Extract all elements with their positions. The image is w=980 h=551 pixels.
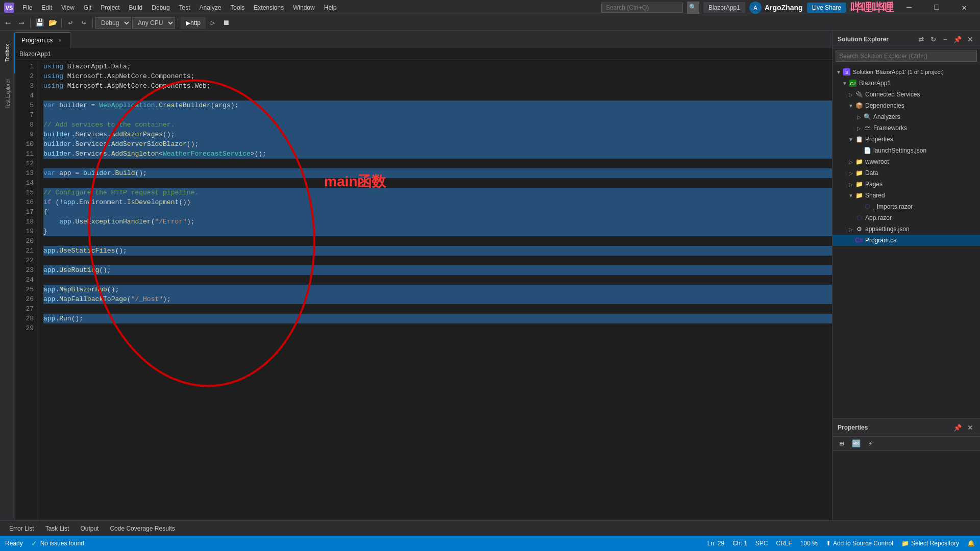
tree-data[interactable]: ▷ 📁 Data	[832, 167, 980, 179]
tree-app-razor[interactable]: ⬡ App.razor	[832, 212, 980, 223]
panel-pin-button[interactable]: 📌	[952, 34, 963, 44]
menu-debug[interactable]: Debug	[148, 2, 174, 13]
sidebar-tab-toolbox[interactable]: Toolbox	[1, 33, 15, 73]
props-sort-btn[interactable]: ⚡	[864, 438, 876, 450]
menu-test[interactable]: Test	[175, 2, 194, 13]
tree-project[interactable]: ▼ C# BlazorApp1	[832, 78, 980, 89]
code-editor[interactable]: 1 2 3 4 5 7 8 9 10 11 12 13 14 15 16 17 …	[15, 60, 832, 520]
window-maximize-btn[interactable]: □	[925, 0, 948, 15]
props-alphabetical-btn[interactable]: 🔤	[850, 438, 862, 450]
tree-dependencies[interactable]: ▼ 📦 Dependencies	[832, 100, 980, 111]
dependencies-label: Dependencies	[865, 102, 904, 109]
tree-appsettings[interactable]: ▷ ⚙ appsettings.json	[832, 223, 980, 235]
menu-edit[interactable]: Edit	[37, 2, 56, 13]
panel-close-button[interactable]: ✕	[965, 34, 975, 44]
add-source-control[interactable]: ⬆ Add to Source Control	[826, 540, 893, 547]
svg-text:C#: C#	[850, 81, 856, 86]
toolbar-run-all[interactable]: ▷	[207, 17, 219, 29]
sync-button[interactable]: ⇄	[916, 34, 926, 44]
run-button[interactable]: ▶ http	[181, 17, 206, 29]
debug-mode-dropdown[interactable]: Debug	[95, 17, 131, 29]
code-line: using Microsoft.AspNetCore.Components;	[43, 71, 832, 81]
toolbar-save[interactable]: 💾	[33, 17, 45, 29]
se-search-input[interactable]	[836, 51, 977, 62]
toolbar-undo[interactable]: ↩	[64, 17, 77, 29]
solution-tree[interactable]: ▼ S Solution 'BlazorApp1' (1 of 1 projec…	[832, 64, 980, 418]
search-input[interactable]	[601, 3, 683, 13]
expand-icon: ▷	[847, 158, 855, 166]
solution-icon: S	[843, 68, 851, 76]
menu-project[interactable]: Project	[96, 2, 124, 13]
tree-solution[interactable]: ▼ S Solution 'BlazorApp1' (1 of 1 projec…	[832, 66, 980, 78]
platform-dropdown[interactable]: Any CPU	[132, 17, 175, 29]
project-label: BlazorApp1	[859, 80, 891, 87]
tree-shared[interactable]: ▼ 📁 Shared	[832, 190, 980, 201]
tree-wwwroot[interactable]: ▷ 📁 wwwroot	[832, 156, 980, 167]
menu-window[interactable]: Window	[289, 2, 319, 13]
tree-launch-settings[interactable]: 📄 launchSettings.json	[832, 145, 980, 156]
tree-pages[interactable]: ▷ 📁 Pages	[832, 179, 980, 190]
menu-git[interactable]: Git	[80, 2, 95, 13]
frameworks-label: Frameworks	[873, 124, 907, 132]
toolbar-back[interactable]: ⟵	[2, 17, 14, 29]
tree-imports-razor[interactable]: ⬡ _Imports.razor	[832, 201, 980, 212]
tab-program-cs[interactable]: Program.cs ×	[15, 32, 70, 48]
props-categorize-btn[interactable]: ⊞	[836, 438, 848, 450]
props-close-button[interactable]: ✕	[965, 422, 975, 433]
code-line	[43, 91, 832, 101]
window-minimize-btn[interactable]: ─	[897, 0, 921, 15]
appsettings-label: appsettings.json	[865, 226, 910, 233]
props-pin-button[interactable]: 📌	[952, 422, 963, 433]
menu-tools[interactable]: Tools	[226, 2, 249, 13]
menu-view[interactable]: View	[57, 2, 79, 13]
search-button[interactable]: 🔍	[687, 2, 699, 14]
tab-close-btn[interactable]: ×	[56, 36, 64, 44]
expand-icon: ▷	[855, 113, 863, 121]
tree-connected-services[interactable]: ▷ 🔌 Connected Services	[832, 89, 980, 100]
menu-extensions[interactable]: Extensions	[250, 2, 288, 13]
json-icon: 📄	[863, 146, 871, 155]
collapse-button[interactable]: −	[940, 34, 950, 44]
code-content[interactable]: using BlazorApp1.Data; using Microsoft.A…	[38, 60, 832, 520]
code-line	[43, 256, 832, 265]
project-name: BlazorApp1	[703, 2, 745, 13]
user-area: A ArgoZhang	[749, 2, 803, 14]
select-repository[interactable]: 📁 Select Repository	[901, 540, 959, 547]
toolbar-sep-3	[92, 18, 93, 28]
code-line	[43, 323, 832, 333]
tab-bar: Program.cs ×	[15, 31, 832, 48]
menu-build[interactable]: Build	[125, 2, 147, 13]
expand-icon: ▷	[855, 124, 863, 132]
tree-frameworks[interactable]: ▷ 🗃 Frameworks	[832, 122, 980, 134]
tree-program-cs[interactable]: C# Program.cs	[832, 235, 980, 246]
tab-error-list[interactable]: Error List	[4, 523, 39, 534]
tab-task-list[interactable]: Task List	[40, 523, 75, 534]
window-close-btn[interactable]: ✕	[952, 0, 976, 15]
expand-icon: ▼	[835, 68, 843, 76]
notification-bell[interactable]: 🔔	[967, 540, 975, 547]
toolbar-open[interactable]: 📂	[46, 17, 59, 29]
toolbar-redo[interactable]: ↪	[78, 17, 90, 29]
analyzers-label: Analyzers	[873, 113, 900, 120]
props-header-btns: 📌 ✕	[952, 422, 975, 433]
live-share-button[interactable]: Live Share	[807, 3, 846, 13]
tab-label: Program.cs	[21, 37, 53, 44]
sidebar-tab-test-explorer[interactable]: Test Explorer	[1, 73, 15, 114]
properties-icon: 📋	[855, 135, 863, 143]
toolbar-stop[interactable]: ⏹	[220, 17, 232, 29]
expand-icon: ▼	[847, 102, 855, 110]
tab-code-coverage[interactable]: Code Coverage Results	[105, 523, 180, 534]
toolbar-forward[interactable]: ⟶	[15, 17, 28, 29]
tab-output[interactable]: Output	[75, 523, 104, 534]
tree-properties[interactable]: ▼ 📋 Properties	[832, 134, 980, 145]
menu-analyze[interactable]: Analyze	[195, 2, 226, 13]
menu-file[interactable]: File	[18, 2, 36, 13]
expand-icon	[855, 146, 863, 155]
expand-icon: ▷	[847, 90, 855, 98]
refresh-button[interactable]: ↻	[928, 34, 938, 44]
connected-services-icon: 🔌	[855, 90, 863, 98]
tree-analyzers[interactable]: ▷ 🔍 Analyzers	[832, 111, 980, 122]
data-icon: 📁	[855, 169, 863, 177]
code-line	[43, 236, 832, 246]
menu-help[interactable]: Help	[320, 2, 341, 13]
